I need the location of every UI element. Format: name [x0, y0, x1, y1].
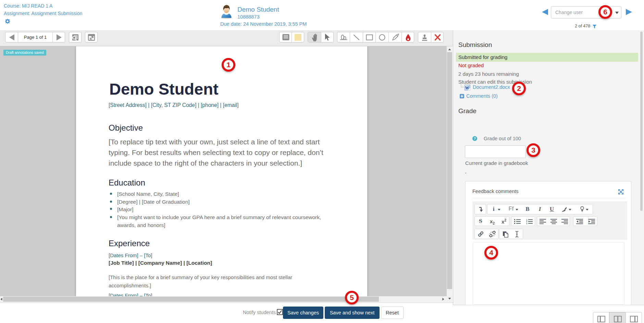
svg-text:W: W [465, 85, 469, 90]
svg-text:?: ? [474, 137, 476, 141]
svg-text:3: 3 [526, 223, 527, 225]
